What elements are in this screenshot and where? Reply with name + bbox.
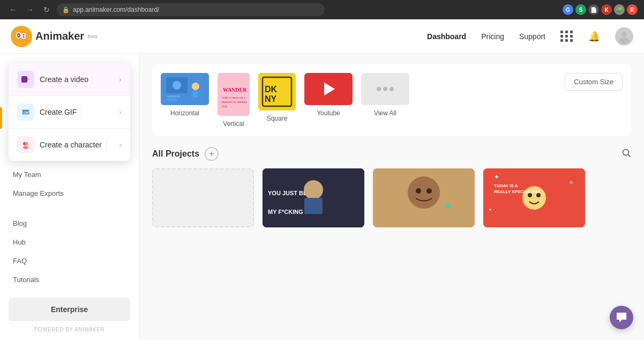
template-view-all[interactable]: View All (361, 73, 409, 117)
svg-text:WANDER: WANDER (223, 87, 247, 93)
logo-area[interactable]: Animaker Beta (11, 26, 98, 47)
thumb-square: DK NY (258, 73, 296, 110)
svg-point-24 (192, 83, 199, 90)
add-project-button[interactable]: + (205, 147, 219, 161)
projects-grid: YOU JUST BLEW MY F*CKING MIND! (152, 168, 631, 227)
svg-rect-5 (23, 34, 25, 35)
user-avatar[interactable] (615, 27, 633, 46)
svg-point-7 (621, 32, 627, 37)
sidebar-tutorials[interactable]: Tutorials (0, 270, 139, 289)
search-icon[interactable] (621, 148, 631, 160)
svg-rect-22 (167, 95, 181, 98)
svg-marker-10 (27, 78, 30, 80)
template-youtube[interactable]: Youtube (304, 73, 353, 117)
svg-point-47 (446, 204, 450, 208)
svg-rect-6 (23, 36, 25, 38)
projects-header: All Projects + (152, 147, 631, 161)
main-content: Create a video (139, 54, 644, 340)
thumb-vertical: WANDER walk or move in a leisurely or ai… (218, 73, 250, 116)
sidebar: Create a video › GIF Create GIF (0, 54, 139, 340)
custom-size-button[interactable]: Custom Size (565, 73, 623, 91)
create-video-arrow: › (119, 75, 122, 84)
sidebar-my-team[interactable]: My Team (0, 165, 139, 184)
url-text: app.animaker.com/dashboard/ (73, 6, 159, 13)
apps-grid-icon[interactable] (560, 31, 573, 42)
svg-point-15 (25, 142, 28, 145)
dropdown-create-video[interactable]: Create a video › (9, 63, 130, 96)
create-gif-arrow: › (119, 108, 122, 116)
youtube-play-icon (324, 83, 335, 95)
create-character-arrow: › (119, 141, 122, 149)
svg-point-16 (23, 146, 28, 149)
content-area: Create a video › GIF Create GIF (0, 54, 644, 340)
svg-rect-26 (218, 73, 250, 116)
svg-point-44 (408, 176, 440, 209)
sidebar-dropdown: Create a video › GIF Create GIF (9, 63, 130, 161)
refresh-button[interactable]: ↻ (41, 4, 53, 15)
navbar: Animaker Beta Dashboard Pricing Support … (0, 19, 644, 54)
svg-text:✦: ✦ (489, 208, 492, 212)
video-icon (21, 75, 31, 84)
svg-text:DK: DK (265, 85, 278, 94)
dropdown-create-gif[interactable]: GIF Create GIF › (9, 96, 130, 129)
svg-text:✦: ✦ (569, 180, 573, 186)
sidebar-faq[interactable]: FAQ (0, 252, 139, 270)
ext-doc: 📄 (588, 4, 599, 15)
svg-rect-42 (304, 198, 323, 214)
thumb-horizontal (161, 73, 209, 105)
svg-point-45 (416, 188, 421, 194)
browser-extensions: G S 📄 K 🧩 R (563, 4, 638, 15)
template-viewall-label: View All (374, 109, 396, 117)
ext-g: G (563, 4, 573, 15)
template-horizontal-label: Horizontal (170, 109, 199, 117)
project-card-2[interactable] (373, 168, 475, 227)
chat-bubble[interactable] (610, 306, 633, 329)
svg-point-8 (619, 38, 629, 44)
thumb-viewall (361, 73, 409, 105)
project-card-empty (152, 168, 254, 227)
template-horizontal[interactable]: Horizontal (161, 73, 209, 117)
svg-rect-25 (193, 90, 198, 98)
svg-text:✦: ✦ (494, 173, 499, 181)
enterprise-button[interactable]: Enterprise (9, 298, 130, 321)
gif-icon: GIF (21, 107, 31, 117)
svg-rect-4 (21, 33, 26, 39)
sidebar-manage-exports[interactable]: Manage Exports (0, 184, 139, 203)
powered-by: Powered By ANIMAKER (0, 324, 139, 335)
template-vertical-label: Vertical (223, 120, 244, 128)
notification-bell[interactable]: 🔔 (588, 31, 600, 42)
ext-k: K (601, 4, 612, 15)
thumb-youtube (304, 73, 353, 105)
template-youtube-label: Youtube (317, 109, 340, 117)
svg-text:NY: NY (265, 94, 277, 104)
project-card-1[interactable]: YOU JUST BLEW MY F*CKING MIND! (263, 168, 364, 227)
template-grid: Horizontal WANDER walk or move in a leis… (161, 73, 623, 128)
nav-pricing[interactable]: Pricing (481, 32, 504, 41)
app-wrapper: Animaker Beta Dashboard Pricing Support … (0, 19, 644, 340)
template-square[interactable]: DK NY Square (258, 73, 296, 122)
sidebar-blog[interactable]: Blog (0, 214, 139, 233)
character-icon (21, 140, 31, 150)
create-gif-label: Create GIF (40, 108, 77, 116)
projects-section: All Projects + (152, 147, 631, 227)
logo-icon (11, 26, 32, 47)
nav-dashboard[interactable]: Dashboard (427, 32, 466, 41)
svg-text:GIF: GIF (24, 111, 29, 114)
ext-puzzle: 🧩 (614, 4, 625, 15)
url-bar[interactable]: 🔒 app.animaker.com/dashboard/ (57, 3, 325, 16)
svg-text:way.: way. (222, 105, 228, 108)
logo-beta: Beta (87, 34, 98, 39)
svg-point-46 (426, 188, 432, 194)
sidebar-hub[interactable]: Hub (0, 233, 139, 252)
template-vertical[interactable]: WANDER walk or move in a leisurely or ai… (218, 73, 250, 128)
svg-rect-23 (167, 99, 177, 100)
nav-support[interactable]: Support (519, 32, 545, 41)
browser-chrome: ← → ↻ 🔒 app.animaker.com/dashboard/ G S … (0, 0, 644, 19)
forward-button[interactable]: → (24, 4, 36, 15)
svg-text:REALLY SPECIAL DAY: REALLY SPECIAL DAY (494, 189, 541, 194)
ext-r: R (627, 4, 638, 15)
dropdown-create-character[interactable]: Create a character › (9, 129, 130, 161)
back-button[interactable]: ← (6, 4, 19, 15)
svg-text:walk or move in a: walk or move in a (222, 96, 245, 99)
project-card-3[interactable]: ✦ ✦ ✦ TODAY IS A REALLY SPECIAL DAY (483, 168, 585, 227)
